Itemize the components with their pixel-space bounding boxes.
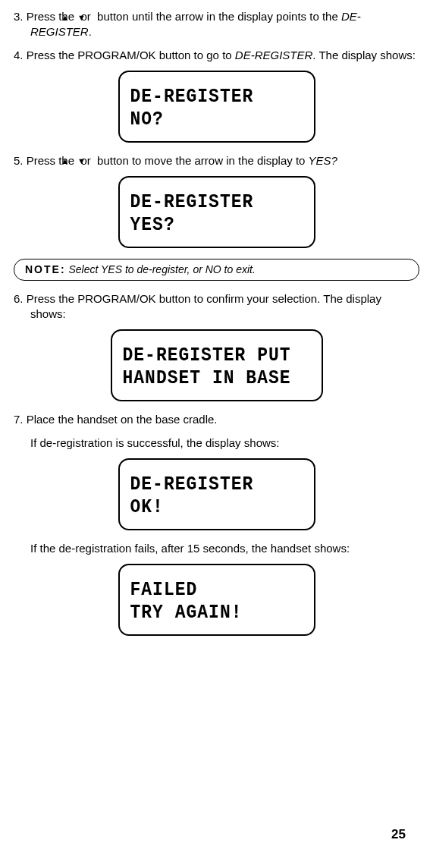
step-6: 6. Press the PROGRAM/OK button to confir…	[14, 291, 419, 322]
body-line-2: If the de-registration fails, after 15 s…	[30, 541, 419, 556]
note-label: NOTE:	[25, 263, 66, 275]
step-5: 5. Press the ▲ or ▼ button to move the a…	[14, 153, 419, 168]
step-3-end: .	[89, 25, 92, 38]
step-5-target: YES?	[309, 154, 337, 167]
body-line-1: If de-registration is successful, the di…	[30, 436, 419, 451]
lcd-text-3: DE-REGISTER PUT HANDSET IN BASE	[123, 344, 311, 390]
step-3-before: Press the	[27, 10, 78, 23]
step-6-number: 6.	[14, 292, 24, 305]
step-3-number: 3.	[14, 10, 24, 23]
step-3-text: Press the ▲ or ▼ button until the arrow …	[27, 10, 361, 38]
step-7-number: 7.	[14, 413, 24, 426]
step-3-after: button until the arrow in the display po…	[94, 10, 341, 23]
step-7: 7. Place the handset on the base cradle.	[14, 412, 419, 427]
page-number: 25	[391, 826, 406, 844]
lcd-screen-3: DE-REGISTER PUT HANDSET IN BASE	[111, 329, 323, 401]
lcd-text-1: DE-REGISTER NO?	[130, 85, 303, 131]
step-4-text: Press the PROGRAM/OK button to go to DE-…	[27, 49, 416, 61]
step-4-number: 4.	[14, 49, 24, 61]
step-5-number: 5.	[14, 154, 24, 167]
lcd-screen-2: DE-REGISTER YES?	[118, 176, 315, 248]
step-4: 4. Press the PROGRAM/OK button to go to …	[14, 48, 419, 63]
step-5-after: button to move the arrow in the display …	[94, 154, 309, 167]
lcd-text-2: DE-REGISTER YES?	[130, 190, 303, 237]
step-3: 3. Press the ▲ or ▼ button until the arr…	[14, 9, 419, 40]
step-4-target: DE-REGISTER	[235, 49, 313, 61]
note-text: Select YES to de-register, or NO to exit…	[66, 263, 256, 275]
step-6-text: Press the PROGRAM/OK button to confirm y…	[27, 292, 381, 320]
note-box: NOTE: Select YES to de-register, or NO t…	[14, 259, 419, 281]
step-7-text: Place the handset on the base cradle.	[27, 413, 218, 426]
lcd-screen-4: DE-REGISTER OK!	[118, 458, 315, 530]
lcd-text-5: FAILED TRY AGAIN!	[130, 578, 303, 624]
step-4-before: Press the PROGRAM/OK button to go to	[27, 49, 235, 61]
step-5-text: Press the ▲ or ▼ button to move the arro…	[27, 154, 337, 167]
step-4-after: . The display shows:	[312, 49, 416, 61]
lcd-screen-5: FAILED TRY AGAIN!	[118, 564, 315, 636]
lcd-screen-1: DE-REGISTER NO?	[118, 71, 315, 143]
lcd-text-4: DE-REGISTER OK!	[130, 473, 303, 519]
step-5-before: Press the	[27, 154, 78, 167]
